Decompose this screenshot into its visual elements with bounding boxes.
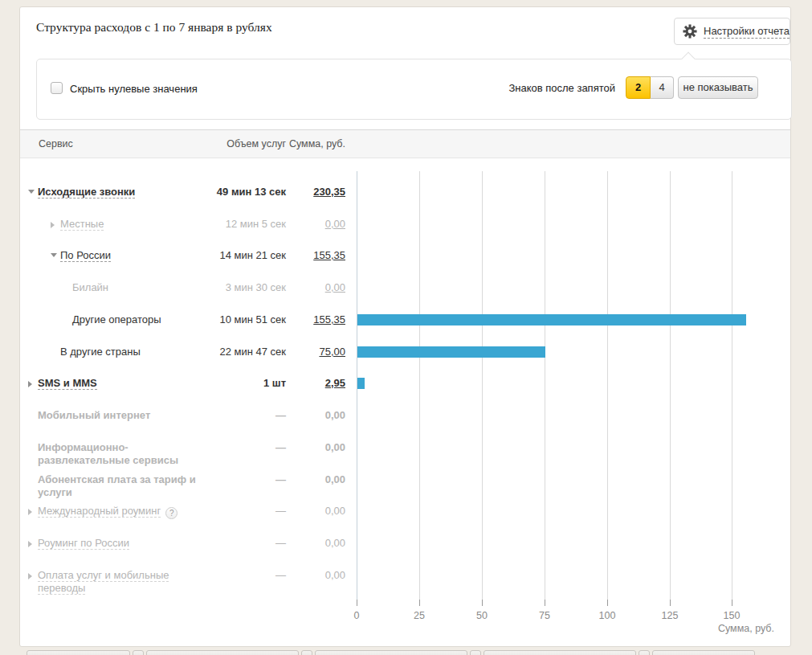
expand-triangle-icon[interactable] [51,222,55,228]
cutoff-button[interactable] [301,650,312,655]
axis-tick [607,600,608,606]
volume-value: — [133,441,286,454]
sum-link[interactable]: 75,00 [286,346,345,358]
sum-link[interactable]: 155,35 [286,313,345,326]
gridline [607,171,608,600]
sum-value: 0,00 [286,505,345,518]
gridline [419,171,420,600]
sum-value: 0,00 [286,537,345,550]
collapse-triangle-icon[interactable] [51,253,57,257]
volume-value: 3 мин 30 сек [133,281,286,294]
axis-tick-label: 25 [403,610,435,621]
collapse-triangle-icon[interactable] [28,190,35,194]
volume-value: 14 мин 21 сек [133,249,286,262]
volume-value: 49 мин 13 сек [133,186,286,199]
volume-value: — [133,537,286,550]
volume-value: — [133,473,286,486]
axis-tick [732,600,732,606]
cutoff-button[interactable] [27,650,130,655]
volume-value: 10 мин 51 сек [133,313,286,326]
cutoff-button[interactable] [146,650,299,655]
sum-value: 0,00 [286,473,345,486]
sum-link[interactable]: 0,00 [286,218,345,231]
chart-bar [357,346,545,358]
gridline [670,171,671,600]
service-name-link[interactable]: SMS и MMS [38,377,97,390]
gridline [482,171,483,600]
axis-tick [545,600,545,606]
cutoff-button[interactable] [470,650,481,655]
volume-value: 22 мин 47 сек [133,346,286,358]
sum-link[interactable]: 0,00 [286,281,345,294]
service-name: Билайн [72,281,108,293]
service-name-link[interactable]: По России [60,249,111,262]
sum-link[interactable]: 230,35 [286,186,345,199]
volume-value: — [133,409,286,422]
service-name: В другие страны [60,346,141,358]
cutoff-button[interactable] [484,650,636,655]
chart-bar [357,378,365,389]
axis-tick [357,600,357,606]
expand-triangle-icon[interactable] [28,541,32,547]
sum-value: 0,00 [286,441,345,454]
volume-value: — [133,505,286,518]
chart-axis-label: Сумма, руб. [718,623,774,634]
chart-bar [357,314,746,325]
expand-triangle-icon[interactable] [28,509,32,515]
expand-triangle-icon[interactable] [28,573,32,579]
axis-tick-label: 50 [466,610,498,621]
cutoff-button[interactable] [133,650,144,655]
axis-tick [670,600,671,606]
axis-tick-label: 75 [528,610,561,621]
cutoff-button[interactable] [652,650,755,655]
axis-tick [419,600,420,606]
sum-value: 0,00 [286,409,345,422]
axis-tick-label: 100 [591,610,623,621]
service-name-link[interactable]: Исходящие звонки [38,186,135,199]
report-panel: Структура расходов с 1 по 7 января в руб… [19,6,791,647]
gridline [545,171,545,600]
axis-tick-label: 150 [716,610,748,621]
cutoff-button[interactable] [639,650,650,655]
volume-value: 12 мин 5 сек [133,218,286,231]
service-name-link[interactable]: Роуминг по России [38,537,129,550]
sum-value: 0,00 [286,569,345,582]
bar-chart [357,171,790,600]
sum-link[interactable]: 2,95 [286,377,345,390]
volume-value: — [133,569,286,582]
expand-triangle-icon[interactable] [28,381,32,387]
gridline [732,171,732,600]
sum-link[interactable]: 155,35 [286,249,345,262]
page: { "header": { "title": "Структура расход… [0,0,812,655]
axis-tick [482,600,483,606]
cutoff-button[interactable] [315,650,467,655]
axis-tick-label: 0 [341,610,373,621]
axis-tick-label: 125 [654,610,686,621]
service-name-link[interactable]: Местные [60,218,104,231]
volume-value: 1 шт [133,377,286,390]
